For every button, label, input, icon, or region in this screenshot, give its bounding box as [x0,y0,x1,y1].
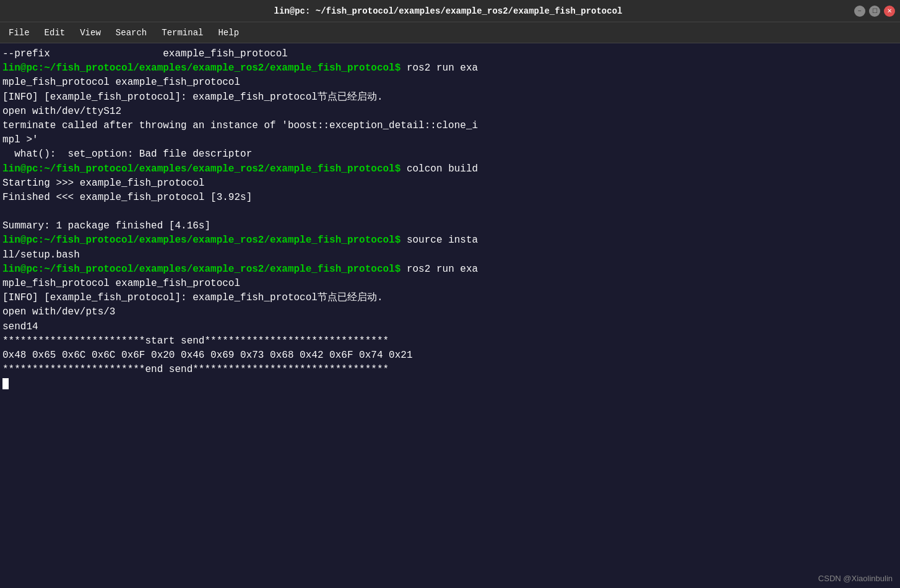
maximize-button[interactable]: ☐ [869,6,880,17]
window-title: lin@pc: ~/fish_protocol/examples/example… [42,6,854,16]
menu-item-edit[interactable]: Edit [38,25,72,40]
title-bar: lin@pc: ~/fish_protocol/examples/example… [0,0,900,22]
window-controls: − ☐ ✕ [854,6,895,17]
terminal-window: lin@pc: ~/fish_protocol/examples/example… [0,0,900,588]
close-button[interactable]: ✕ [884,6,895,17]
watermark: CSDN @Xiaolinbulin [818,574,893,583]
menu-item-help[interactable]: Help [212,25,245,40]
menu-item-terminal[interactable]: Terminal [155,25,209,40]
menu-item-view[interactable]: View [74,25,107,40]
terminal-output: --prefix example_fish_protocol lin@pc:~/… [2,47,898,392]
menu-bar: FileEditViewSearchTerminalHelp [0,22,900,43]
minimize-button[interactable]: − [854,6,865,17]
menu-item-file[interactable]: File [2,25,36,40]
terminal-body[interactable]: --prefix example_fish_protocol lin@pc:~/… [0,43,900,588]
menu-item-search[interactable]: Search [110,25,153,40]
